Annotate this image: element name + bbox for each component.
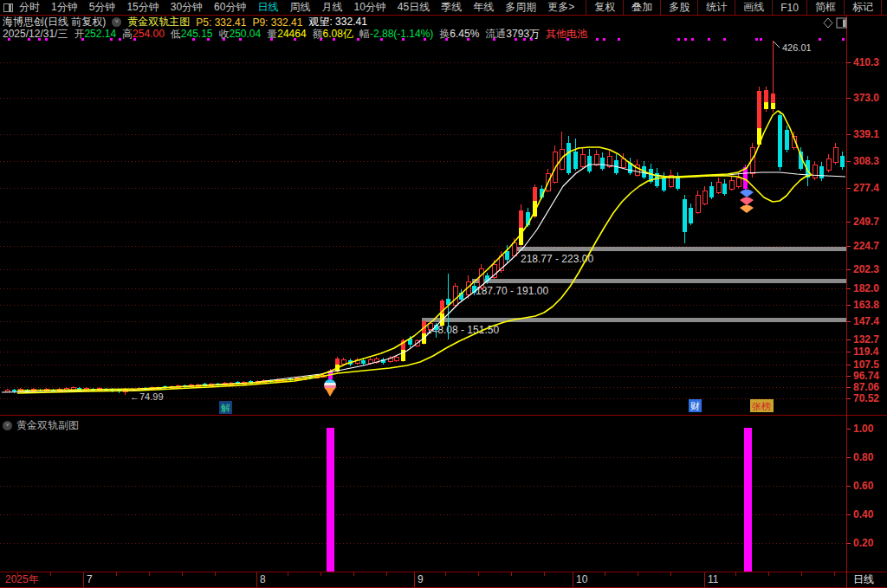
candle-up (635, 165, 639, 175)
candle-down (819, 166, 824, 178)
fan-marker-icon (740, 205, 754, 214)
candle-down (573, 152, 578, 169)
quote-field-2: 低245.15 (171, 27, 213, 42)
period-tab-10[interactable]: 45日线 (398, 0, 430, 15)
candle-down (785, 130, 789, 150)
month-label: 9 (418, 573, 424, 585)
signal-dot (618, 38, 620, 41)
toolbar-button-7[interactable]: 标记 (844, 0, 881, 15)
diamond-icon[interactable] (824, 18, 832, 28)
y-axis-label: 70.52 (853, 392, 879, 404)
period-tab-9[interactable]: 10分钟 (353, 0, 385, 15)
sector-link[interactable]: 其他电池 (546, 27, 587, 42)
period-tab-8[interactable]: 月线 (321, 0, 342, 15)
ma-line (2, 165, 845, 392)
sub-y-axis-label: 0.80 (853, 451, 874, 463)
signal-dot (723, 38, 726, 41)
toolbar-button-4[interactable]: 画线 (735, 0, 772, 15)
candle-down (12, 390, 16, 391)
candle-down (505, 251, 509, 260)
quote-date: 2025/12/31/三 (3, 27, 68, 42)
period-tab-1[interactable]: 1分钟 (51, 0, 78, 15)
period-tab-4[interactable]: 30分钟 (171, 0, 203, 15)
candle-down (600, 158, 605, 169)
period-tab-0[interactable]: 分时 (19, 0, 40, 15)
balloon-marker-icon (324, 385, 336, 388)
collapse-subchart-icon[interactable]: ˅ (3, 421, 12, 430)
period-tab-13[interactable]: 多周期 (505, 0, 536, 15)
event-marker-label[interactable]: 解 (221, 403, 230, 413)
toolbar-button-5[interactable]: F10 (772, 0, 806, 15)
y-axis-label: 249.7 (853, 216, 879, 228)
y-axis-label: 87.06 (853, 381, 879, 393)
sub-y-axis-label: 0.40 (853, 508, 874, 520)
candle-down (683, 199, 687, 232)
split-pane-icon[interactable] (843, 20, 846, 28)
event-marker-label[interactable]: 张榜 (752, 401, 771, 411)
period-tab-11[interactable]: 季线 (441, 0, 462, 15)
sub-chart-title[interactable]: 黄金双轨副图 (16, 418, 79, 433)
y-axis-label: 410.3 (853, 56, 879, 68)
sub-chart-bar (744, 428, 752, 572)
candle-up (833, 147, 838, 162)
chart-canvas[interactable]: 218.77 - 223.00187.70 - 191.00148.08 - 1… (0, 0, 887, 588)
period-tab-5[interactable]: 60分钟 (214, 0, 246, 15)
fan-marker-icon (740, 190, 754, 198)
quote-field-0: 开252.14 (74, 27, 116, 42)
high-annotation: 426.01 (782, 42, 812, 53)
candle-up (368, 359, 372, 363)
quote-field-3: 收250.04 (219, 27, 262, 42)
signal-dot (684, 38, 687, 41)
y-axis-label: 119.4 (853, 346, 879, 358)
candle-up-strong (764, 90, 768, 102)
period-tab-7[interactable]: 周线 (289, 0, 310, 15)
collapse-indicator-icon[interactable]: ˅ (112, 17, 121, 27)
quote-field-value: 3793万 (506, 28, 540, 40)
quote-field-label: 开 (74, 28, 84, 40)
price-band (422, 318, 846, 322)
sub-y-axis-label: 1.00 (853, 423, 874, 435)
candle-up-strong (533, 187, 537, 201)
signal-dot (760, 38, 762, 41)
high-annotation-line (774, 42, 780, 48)
period-tab-12[interactable]: 年线 (473, 0, 494, 15)
toolbar-button-3[interactable]: 统计 (697, 0, 735, 15)
period-tab-2[interactable]: 5分钟 (89, 0, 116, 15)
candle-down (840, 156, 845, 167)
toolbar-button-6[interactable]: 简框 (806, 0, 844, 15)
period-axis-label[interactable]: 日线 (853, 573, 874, 585)
period-tabs: 分时1分钟5分钟15分钟30分钟60分钟日线周线月线10分钟45日线季线年线多周… (19, 0, 586, 15)
toolbar-buttons: 复权叠加多股统计画线F10简框标记+自选返回 (586, 0, 887, 15)
month-label: 8 (260, 573, 266, 585)
toolbar-button-1[interactable]: 叠加 (623, 0, 660, 15)
price-band-label: 218.77 - 223.00 (521, 253, 593, 265)
y-axis-label: 373.0 (853, 92, 879, 104)
quote-field-value: 254.00 (133, 28, 165, 40)
quote-field-label: 低 (171, 28, 181, 40)
candle-up (341, 359, 346, 364)
candle-up-strong (335, 359, 340, 365)
quote-field-value: 245.15 (181, 28, 213, 40)
sub-y-axis-label: 0.20 (853, 537, 874, 549)
window-split-icon[interactable] (3, 3, 13, 12)
balloon-marker-icon (324, 383, 336, 385)
y-axis-label: 308.3 (853, 155, 879, 167)
candle-down (778, 115, 782, 167)
period-tab-3[interactable]: 15分钟 (126, 0, 159, 15)
y-axis-label: 107.5 (853, 359, 879, 371)
toolbar-button-8[interactable]: +自选 (881, 0, 887, 15)
toolbar-button-0[interactable]: 复权 (586, 0, 623, 15)
quote-field-5: 额6.08亿 (313, 27, 353, 42)
month-label: 7 (87, 573, 93, 585)
event-marker-label[interactable]: 财 (690, 401, 700, 411)
sub-y-axis-label: 0.60 (853, 480, 874, 492)
quote-field-8: 流通3793万 (485, 27, 540, 42)
candle-up (716, 182, 721, 192)
period-tab-14[interactable]: 更多> (547, 0, 574, 15)
quote-field-value: 6.45% (450, 28, 479, 40)
price-band-label: 187.70 - 191.00 (476, 285, 548, 297)
toolbar-button-2[interactable]: 多股 (660, 0, 697, 15)
y-axis-label: 132.7 (853, 333, 879, 346)
signal-dot (677, 38, 680, 41)
period-tab-6[interactable]: 日线 (257, 0, 278, 15)
